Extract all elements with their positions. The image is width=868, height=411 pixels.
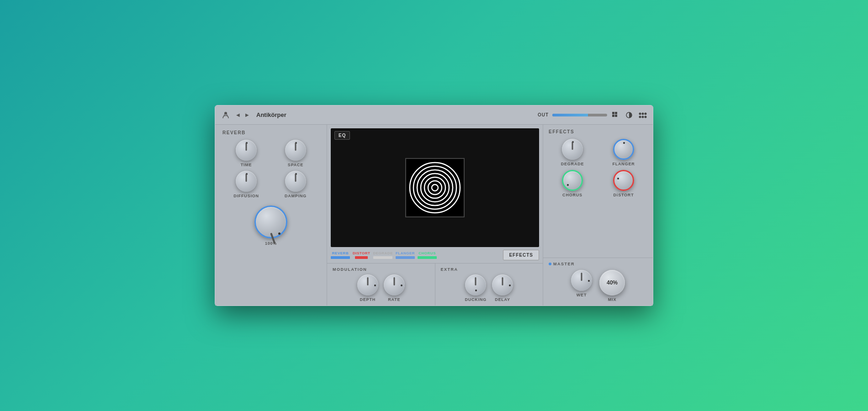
reverb-large-knob-section: 100% [222,206,319,246]
reverb-panel: REVERB TIME SPACE [215,125,327,306]
space-label: SPACE [288,163,303,167]
degrade-dot [572,141,574,143]
flanger-dot [623,142,625,144]
flanger-knob-item: FLANGER [600,139,647,166]
svg-point-10 [645,112,647,115]
rate-knob[interactable] [384,274,405,295]
distort-ind-bar [355,256,368,259]
modulation-knobs: DEPTH RATE [333,274,429,302]
damping-knob[interactable] [285,171,306,192]
degrade-indicator: DEGRADE [373,251,393,259]
space-knob-item: SPACE [272,140,319,167]
spiral-svg [408,160,462,215]
delay-knob-item: DELAY [492,274,513,302]
distort-knob-item: DiSTORT [600,170,647,197]
reverb-knob-grid: TIME SPACE DIFFUSION [222,140,319,198]
svg-point-15 [413,166,456,209]
space-knob-dot [295,142,297,144]
flanger-label: FLANGER [612,162,635,166]
depth-knob[interactable] [357,274,378,295]
distort-dot [617,178,619,179]
degrade-label: DEGRADE [561,162,584,166]
extra-title: EXTRA [441,267,538,272]
chorus-dot [567,184,569,186]
delay-dot [509,285,511,286]
dots-icon[interactable] [638,111,647,120]
time-knob-dot [246,142,248,144]
svg-point-13 [645,116,647,118]
svg-point-17 [421,174,449,202]
svg-point-9 [642,112,644,115]
rate-knob-item: RATE [384,274,405,302]
ducking-knob[interactable] [465,274,486,295]
mix-knob[interactable]: 40% [599,270,625,295]
time-knob[interactable] [236,140,257,161]
ducking-knob-item: DUCKING [465,274,487,302]
title-icons [611,111,647,120]
time-label: TIME [241,163,252,167]
extra-knobs: DUCKING DELAY [441,274,538,302]
title-bar: ◀ ▶ Antikörper OUT [215,105,653,125]
reverb-main-knob[interactable] [254,206,287,238]
space-knob[interactable] [285,140,306,161]
out-label: OUT [538,112,549,117]
ducking-label: DUCKING [465,297,487,302]
preset-name: Antikörper [256,111,286,118]
contrast-icon[interactable] [625,111,634,120]
center-panel: EQ REVERB [327,125,543,306]
effects-title: EFFECTS [549,129,647,134]
svg-rect-5 [612,115,614,117]
spiral-display [405,158,465,217]
prev-button[interactable]: ◀ [234,111,242,119]
delay-knob[interactable] [492,274,513,295]
svg-point-12 [642,116,644,118]
diffusion-label: DIFFUSION [233,194,259,198]
grid-icon[interactable] [611,111,620,120]
wet-label: WET [577,293,587,297]
rate-label: RATE [388,297,400,302]
depth-dot [374,285,376,286]
diffusion-knob[interactable] [236,171,257,192]
reverb-ind-bar [331,256,350,259]
wet-dot [588,280,590,282]
distort-ind-label: DISTORT [353,251,370,255]
svg-point-11 [639,116,641,118]
chorus-indicator: CHORUS [418,251,437,259]
reverb-ind-label: REVERB [332,251,349,255]
flanger-knob[interactable] [613,139,634,160]
damping-label: DAMPING [285,194,307,198]
chorus-ind-label: CHORUS [418,251,436,255]
depth-label: DEPTH [360,297,376,302]
effects-button[interactable]: EFFECTS [503,250,539,260]
lower-center: MODULATION DEPTH RATE [327,263,543,306]
extra-panel: EXTRA DUCKING DELAY [435,263,543,306]
degrade-ind-label: DEGRADE [373,251,393,255]
rate-dot [401,285,402,286]
chorus-knob-item: CHORUS [549,170,596,197]
plugin-window: ◀ ▶ Antikörper OUT [215,105,653,306]
eq-section: EQ [331,128,539,247]
distort-knob[interactable] [613,170,634,191]
chorus-ind-bar [418,256,437,259]
reverb-indicator: REVERB [331,251,350,259]
diffusion-knob-dot [246,173,248,175]
svg-rect-4 [615,112,617,114]
svg-rect-6 [615,115,617,117]
next-button[interactable]: ▶ [243,111,251,119]
chorus-label: CHORUS [562,193,582,197]
flanger-ind-bar [396,256,415,259]
reverb-title: REVERB [222,130,319,135]
ducking-dot [475,290,477,291]
output-meter [552,114,607,116]
degrade-knob[interactable] [562,139,583,160]
effects-bar: REVERB DISTORT DEGRADE FLANGER CHORUS [327,247,543,263]
chorus-knob[interactable] [562,170,583,191]
eq-button[interactable]: EQ [334,131,350,140]
flanger-ind-label: FLANGER [396,251,415,255]
master-title: MASTER [553,262,575,266]
effects-panel: EFFECTS DEGRADE FLANGER [543,125,653,306]
mix-label: MIX [608,297,616,302]
mix-value: 40% [607,279,618,286]
wet-knob[interactable] [571,270,592,291]
preset-nav: ◀ ▶ [234,111,251,119]
